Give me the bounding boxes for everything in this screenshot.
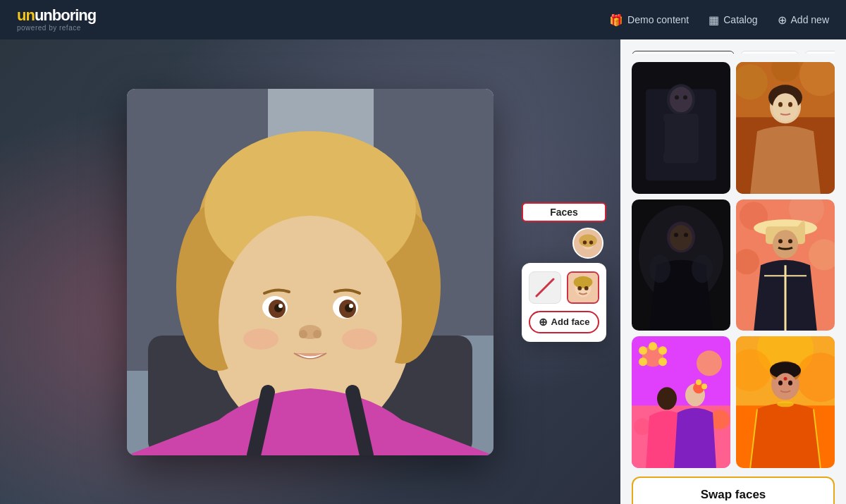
face-thumbnail-row <box>522 228 606 259</box>
add-new-nav[interactable]: ⊕ Add new <box>778 13 829 27</box>
main-image <box>127 89 494 455</box>
svg-point-33 <box>577 286 582 290</box>
svg-point-20 <box>299 330 307 338</box>
svg-point-83 <box>634 419 651 436</box>
svg-point-44 <box>683 95 687 99</box>
face-slot-empty[interactable] <box>529 271 561 304</box>
svg-line-29 <box>537 279 553 296</box>
svg-point-107 <box>784 377 787 381</box>
add-face-plus-icon: ⊕ <box>539 316 548 328</box>
svg-point-85 <box>649 343 657 351</box>
svg-point-17 <box>278 304 283 308</box>
grid-image-1 <box>632 62 730 194</box>
child-photo-svg <box>127 89 494 455</box>
grid-item-4[interactable] <box>736 199 835 331</box>
catalog-icon: ▦ <box>709 13 719 27</box>
svg-point-32 <box>574 276 593 288</box>
svg-point-43 <box>675 95 679 99</box>
add-icon: ⊕ <box>778 13 787 27</box>
grid-image-6 <box>736 336 835 468</box>
svg-point-28 <box>589 240 593 244</box>
add-new-label: Add new <box>791 14 829 25</box>
svg-point-73 <box>773 230 798 258</box>
svg-point-21 <box>313 330 321 338</box>
svg-point-60 <box>674 233 678 237</box>
svg-point-75 <box>788 239 792 243</box>
svg-point-63 <box>692 254 713 283</box>
right-panel: Regency Romance Business All categories <box>620 39 846 504</box>
svg-point-61 <box>684 233 688 237</box>
logo-rest: unboring <box>35 6 96 24</box>
svg-point-42 <box>670 87 692 112</box>
svg-point-93 <box>696 380 701 386</box>
main-image-container <box>127 89 494 455</box>
header-nav: 🎁 Demo content ▦ Catalog ⊕ Add new <box>609 13 829 27</box>
svg-point-86 <box>658 347 667 355</box>
demo-content-nav[interactable]: 🎁 Demo content <box>609 13 689 27</box>
svg-point-62 <box>649 254 670 283</box>
face-panel-wrapper: Faces <box>522 202 606 342</box>
tab-business[interactable]: Business <box>740 51 799 54</box>
catalog-nav[interactable]: ▦ Catalog <box>709 13 757 27</box>
svg-point-81 <box>697 351 722 376</box>
svg-point-88 <box>639 358 647 367</box>
svg-point-74 <box>778 239 783 243</box>
add-face-button[interactable]: ⊕ Add face <box>529 311 600 333</box>
grid-item-6[interactable] <box>736 336 835 468</box>
face-thumb-svg <box>574 228 602 259</box>
grid-item-1[interactable] <box>632 62 730 194</box>
svg-point-94 <box>701 384 707 390</box>
catalog-label: Catalog <box>723 14 757 25</box>
grid-item-2[interactable] <box>736 62 835 194</box>
face-thumb-small[interactable] <box>572 228 603 259</box>
tab-all-categories[interactable]: All categories <box>804 51 835 54</box>
image-grid <box>632 62 835 468</box>
logo-highlight: un <box>17 6 35 24</box>
svg-point-89 <box>639 347 647 355</box>
add-face-label: Add face <box>551 316 590 327</box>
svg-point-27 <box>583 240 587 244</box>
logo: ununboring powered by reface <box>17 8 96 32</box>
grid-image-2 <box>736 62 835 194</box>
swap-faces-button[interactable]: Swap faces <box>632 477 835 504</box>
category-tabs: Regency Romance Business All categories <box>632 51 835 54</box>
grid-image-3 <box>632 199 730 331</box>
svg-point-26 <box>579 234 596 247</box>
face-slot-filled[interactable] <box>567 271 599 304</box>
demo-content-label: Demo content <box>627 14 689 25</box>
svg-point-18 <box>349 304 353 308</box>
tab-regency-romance[interactable]: Regency Romance <box>632 51 735 54</box>
svg-rect-41 <box>632 62 730 194</box>
left-panel: Faces <box>0 39 620 504</box>
svg-point-55 <box>788 102 792 107</box>
logo-sub: powered by reface <box>17 25 96 32</box>
empty-slot-icon <box>534 276 556 299</box>
grid-item-3[interactable] <box>632 199 730 331</box>
gift-icon: 🎁 <box>609 13 623 27</box>
main-content: Faces <box>0 39 846 504</box>
filled-face-svg <box>568 272 598 303</box>
svg-point-54 <box>778 102 783 107</box>
svg-point-23 <box>342 328 377 350</box>
grid-image-5 <box>632 336 730 468</box>
svg-point-87 <box>658 358 667 367</box>
svg-point-105 <box>778 381 783 386</box>
grid-item-5[interactable] <box>632 336 730 468</box>
svg-point-104 <box>774 374 797 399</box>
face-popup: ⊕ Add face <box>522 263 606 342</box>
svg-point-53 <box>773 93 798 121</box>
svg-point-59 <box>670 225 692 250</box>
face-slots <box>529 271 599 304</box>
svg-point-34 <box>584 286 589 290</box>
svg-point-110 <box>777 402 794 407</box>
svg-point-22 <box>243 328 278 350</box>
grid-image-4 <box>736 199 835 331</box>
logo-text: ununboring <box>17 8 96 23</box>
svg-point-90 <box>657 388 677 410</box>
faces-label: Faces <box>522 202 606 222</box>
svg-point-106 <box>788 381 792 386</box>
header: ununboring powered by reface 🎁 Demo cont… <box>0 0 846 39</box>
